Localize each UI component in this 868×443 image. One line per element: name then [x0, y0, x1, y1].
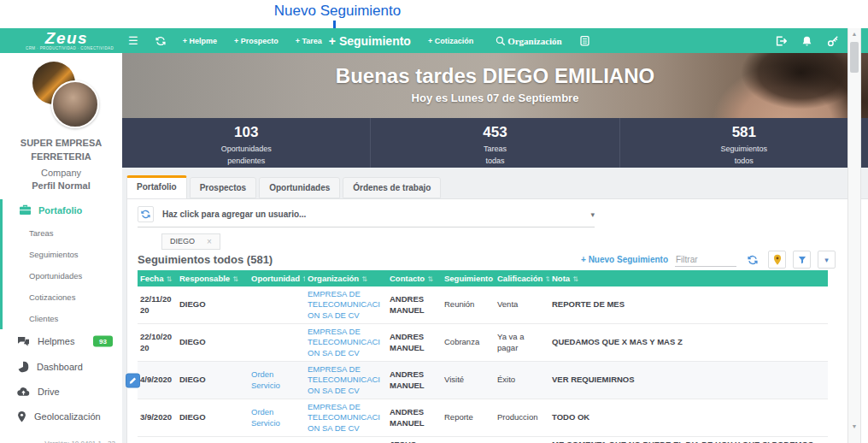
cell-responsable: DIEGO	[177, 324, 249, 362]
main-tabs: Portafolio Prospectos Oportunidades Órde…	[122, 176, 868, 198]
sidebar-item-portafolio[interactable]: Portafolio	[3, 199, 122, 222]
cell-contacto: ANDRES MANUEL	[387, 399, 442, 437]
company-name: SUPER EMPRESA FERRETERIA	[0, 137, 122, 164]
new-seguimiento-link[interactable]: + Nuevo Seguimiento	[581, 255, 668, 264]
table-row: 3/9/2020 DIEGO EMPRESA DE SALTILLO JESUS…	[138, 437, 828, 443]
annotation-pointer-line	[333, 21, 336, 28]
tab-ordenes-de-trabajo[interactable]: Órdenes de trabajo	[343, 177, 441, 198]
map-view-button[interactable]	[768, 251, 786, 269]
column-header-calificacion[interactable]: Calificación⇅	[495, 270, 549, 286]
table-refresh-button[interactable]	[743, 251, 761, 269]
column-header-organizacion[interactable]: Organización⇅	[305, 270, 387, 286]
column-header-responsable[interactable]: Responsable⇅	[177, 270, 249, 286]
oportunidad-link[interactable]: Orden Servicio	[251, 369, 280, 389]
sidebar-item-clientes[interactable]: Clientes	[3, 308, 122, 329]
chat-bubbles-icon	[17, 336, 30, 347]
cell-responsable: DIEGO	[177, 437, 249, 443]
sidebar-item-helpmes[interactable]: Helpmes 93	[0, 329, 122, 354]
stat-label: todas	[371, 157, 619, 165]
nav-new-helpme[interactable]: + Helpme	[183, 37, 217, 45]
refresh-icon[interactable]	[155, 36, 166, 46]
chevron-down-icon[interactable]: ▾	[590, 210, 595, 219]
more-options-button[interactable]: ▾	[818, 251, 836, 269]
cell-organizacion: EMPRESA DE TELECOMUNICACION SA DE CV	[305, 399, 387, 437]
sidebar-item-cotizaciones[interactable]: Cotizaciones	[3, 286, 122, 308]
sidebar: SUPER EMPRESA FERRETERIA Company Perfil …	[0, 53, 122, 443]
clipboard-icon[interactable]	[579, 35, 590, 46]
cell-calificacion: Solicitó información	[495, 437, 549, 443]
edit-row-button[interactable]	[126, 373, 140, 387]
nav-organizacion-search[interactable]: Organización	[496, 36, 562, 46]
stat-value: 453	[371, 124, 619, 141]
sidebar-item-oportunidades[interactable]: Oportunidades	[3, 265, 122, 286]
sort-icon: ⇅	[166, 275, 172, 283]
stat-label: Oportunidades	[122, 145, 370, 153]
stat-label: Tareas	[371, 145, 619, 153]
key-icon[interactable]	[827, 35, 839, 47]
scroll-down-arrow[interactable]: ▼	[848, 423, 860, 429]
nav-organizacion-label: Organización	[507, 36, 562, 46]
sidebar-item-label: Drive	[38, 387, 60, 397]
stat-tareas: 453 Tareas todas	[370, 118, 619, 168]
menu-hamburger-icon[interactable]: ☰	[128, 34, 138, 47]
zeus-logo[interactable]: Zeus CRM · PRODUCTIVIDAD · CONECTIVIDAD	[26, 30, 108, 51]
organizacion-link[interactable]: EMPRESA DE TELECOMUNICACION SA DE CV	[308, 327, 380, 357]
user-tag-diego[interactable]: DIEGO ×	[161, 233, 220, 250]
nav-new-cotizacion[interactable]: + Cotización	[428, 37, 473, 45]
stat-label: pendientes	[122, 157, 370, 165]
sidebar-item-label: Dashboard	[37, 362, 83, 372]
cell-organizacion: EMPRESA DE SALTILLO	[305, 437, 387, 443]
profile-avatars[interactable]	[0, 62, 122, 132]
organizacion-link[interactable]: EMPRESA DE TELECOMUNICACION SA DE CV	[308, 402, 380, 433]
sort-icon: ⇅	[545, 275, 549, 283]
tab-prospectos[interactable]: Prospectos	[190, 177, 256, 198]
nav-new-tarea[interactable]: + Tarea	[296, 37, 322, 45]
cell-seguimiento: Cobranza	[442, 324, 495, 362]
sidebar-item-geolocalizacion[interactable]: Geolocalización	[0, 404, 122, 429]
column-header-contacto[interactable]: Contacto⇅	[387, 270, 442, 286]
tab-oportunidades[interactable]: Oportunidades	[259, 177, 340, 198]
scrollbar-thumb[interactable]	[850, 42, 859, 73]
scroll-up-arrow[interactable]: ▲	[848, 31, 860, 37]
filter-input[interactable]	[675, 253, 736, 267]
column-header-oportunidad[interactable]: Oportunidad⇅	[249, 270, 305, 286]
map-pin-icon	[17, 411, 26, 422]
sidebar-item-seguimientos[interactable]: Seguimientos	[3, 244, 122, 265]
cell-oportunidad: Orden Servicio	[249, 362, 305, 399]
annotation-bar: Nuevo Seguimiento	[0, 0, 868, 28]
vertical-scrollbar[interactable]: ▲ ▼	[847, 28, 861, 443]
nav-new-prospecto[interactable]: + Prospecto	[234, 37, 279, 45]
oportunidad-link[interactable]: Orden Servicio	[251, 407, 280, 427]
cell-contacto: ANDRES MANUEL	[387, 362, 442, 399]
helpmes-count-badge: 93	[93, 336, 113, 347]
user-select-refresh-icon[interactable]	[138, 206, 154, 222]
avatar-user	[51, 80, 99, 128]
sort-icon: ⇅	[302, 275, 305, 283]
bell-icon[interactable]	[801, 35, 812, 47]
cell-nota: TODO OK	[549, 399, 828, 437]
column-header-seguimiento[interactable]: Seguimiento⇅	[442, 270, 495, 286]
stat-oportunidades: 103 Oportunidades pendientes	[122, 118, 370, 168]
user-tag-label: DIEGO	[170, 237, 195, 245]
cloud-upload-icon	[17, 387, 30, 397]
cell-seguimiento: Llamó	[442, 437, 495, 443]
filter-button[interactable]	[793, 251, 811, 269]
organizacion-link[interactable]: EMPRESA DE TELECOMUNICACION SA DE CV	[308, 289, 380, 320]
nav-new-seguimiento[interactable]: + Seguimiento	[329, 34, 411, 48]
cell-contacto: ANDRES MANUEL	[387, 324, 442, 362]
sidebar-item-dashboard[interactable]: Dashboard	[0, 354, 122, 380]
tab-portafolio[interactable]: Portafolio	[126, 175, 187, 198]
column-header-fecha[interactable]: Fecha⇅	[138, 270, 177, 286]
organizacion-link[interactable]: EMPRESA DE TELECOMUNICACION SA DE CV	[308, 364, 380, 395]
logout-icon[interactable]	[775, 35, 787, 47]
sidebar-item-drive[interactable]: Drive	[0, 380, 122, 404]
user-select-widget[interactable]: Haz click para agregar un usuario... ▾	[138, 206, 595, 227]
hero-banner: Buenas tardes DIEGO EMILIANO Hoy es Lune…	[122, 53, 868, 118]
user-select-placeholder[interactable]: Haz click para agregar un usuario...	[162, 210, 306, 219]
section-header: Seguimientos todos (581) + Nuevo Seguimi…	[138, 251, 858, 268]
company-type-label: Company	[0, 168, 122, 178]
portafolio-group: Portafolio Tareas Seguimientos Oportunid…	[0, 199, 122, 329]
remove-tag-icon[interactable]: ×	[207, 237, 212, 246]
sidebar-item-tareas[interactable]: Tareas	[3, 222, 122, 244]
column-header-nota[interactable]: Nota⇅	[549, 270, 828, 286]
